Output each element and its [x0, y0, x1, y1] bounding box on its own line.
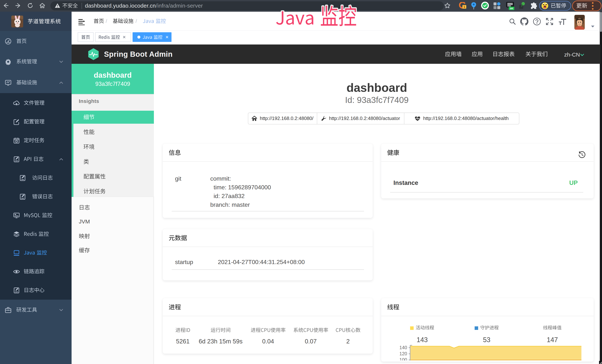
svg-text:120: 120	[399, 351, 407, 356]
svg-text:1: 1	[463, 5, 465, 9]
svg-text:100: 100	[399, 357, 407, 361]
svg-text:on: on	[510, 7, 513, 10]
svg-text:140: 140	[399, 345, 407, 350]
